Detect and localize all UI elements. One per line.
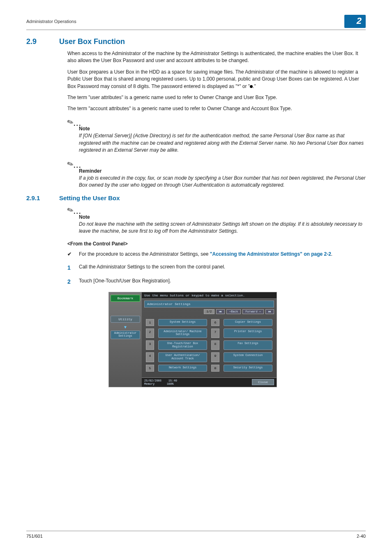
- menu-index: 8: [211, 340, 219, 350]
- bullet-item: ✔ For the procedure to access the Admini…: [67, 251, 366, 258]
- menu-index: 7: [211, 328, 219, 338]
- footer-page-number: 2-40: [357, 534, 366, 539]
- panel-title: Administrator Settings: [144, 301, 274, 308]
- checkmark-icon: ✔: [67, 251, 79, 258]
- intro-paragraphs: When access to the Administrator of the …: [67, 50, 366, 113]
- reminder-label: Reminder: [79, 168, 366, 174]
- menu-item-one-touch-user-box[interactable]: One-Touch/User Box Registration: [158, 340, 207, 350]
- menu-index: 0: [211, 365, 219, 372]
- step-text: Touch [One-Touch/User Box Registration].: [79, 278, 171, 286]
- menu-item-system-connection[interactable]: System Connection: [224, 352, 272, 362]
- page-indicator: 1/2: [204, 309, 215, 314]
- note-block: ✎... Note Do not leave the machine with …: [67, 206, 366, 235]
- bookmark-tab[interactable]: Bookmark: [111, 295, 140, 302]
- menu-item-printer-settings[interactable]: Printer Settings: [224, 328, 272, 338]
- back-button[interactable]: ⇦Back: [226, 309, 241, 314]
- page-footer: 751/601 2-40: [26, 531, 366, 539]
- menu-item-user-auth[interactable]: User Authentication/ Account Track: [158, 352, 207, 362]
- utility-button[interactable]: Utility: [111, 316, 140, 323]
- forward-button[interactable]: Forward ⇨: [242, 309, 264, 314]
- menu-index: 9: [211, 352, 219, 362]
- menu-index: 1: [146, 319, 154, 326]
- menu-index: 2: [146, 328, 154, 338]
- note-text: Do not leave the machine with the settin…: [79, 221, 366, 235]
- menu-index: 5: [146, 365, 154, 372]
- menu-item-security-settings[interactable]: Security Settings: [224, 365, 272, 372]
- menu-item-system-settings[interactable]: System Settings: [158, 319, 207, 326]
- subsection-number: 2.9.1: [26, 194, 59, 201]
- control-panel-heading: <From the Control Panel>: [67, 241, 366, 247]
- menu-item-copier-settings[interactable]: Copier Settings: [224, 319, 272, 326]
- panel-footer: 25/02/2008 15:40 Memory 100% Close: [142, 377, 277, 387]
- note-text: If [ON (External Server)] (Active Direct…: [79, 132, 366, 154]
- reminder-block: ✎... Reminder If a job is executed in th…: [67, 160, 366, 189]
- step-item: 1 Call the Administrator Settings to the…: [67, 264, 366, 272]
- note-label: Note: [79, 126, 366, 132]
- nav-first-button[interactable]: ⏮: [216, 309, 225, 314]
- note-label: Note: [79, 214, 366, 220]
- instruction-bar: Use the menu buttons or keypad to make a…: [142, 292, 277, 299]
- paragraph: When access to the Administrator of the …: [67, 50, 366, 65]
- pager-nav: 1/2 ⏮ ⇦Back Forward ⇨ ⏭: [142, 308, 277, 316]
- nav-last-button[interactable]: ⏭: [265, 309, 274, 314]
- subsection-title: Setting the User Box: [59, 194, 120, 201]
- step-number: 1: [67, 264, 79, 272]
- control-panel-screenshot: Bookmark Utility ▼ Administrator Setting…: [108, 292, 366, 387]
- subsection-heading: 2.9.1 Setting the User Box: [26, 194, 366, 201]
- section-title: User Box Function: [59, 37, 125, 46]
- paragraph: The term "account attributes" is a gener…: [67, 105, 366, 112]
- step-text: Call the Administrator Settings to the s…: [79, 264, 225, 272]
- cross-reference-link[interactable]: "Accessing the Administrator Settings" o…: [210, 251, 331, 257]
- section-number: 2.9: [26, 37, 59, 46]
- step-number: 2: [67, 278, 79, 286]
- paragraph: User Box prepares a User Box in the HDD …: [67, 69, 366, 90]
- menu-index: 3: [146, 340, 154, 350]
- menu-item-admin-machine[interactable]: Administrator/ Machine Settings: [158, 328, 207, 338]
- footer-model: 751/601: [26, 534, 43, 539]
- note-block: ✎... Note If [ON (External Server)] (Act…: [67, 118, 366, 154]
- reminder-text: If a job is executed in the copy, fax, o…: [79, 175, 366, 189]
- step-item: 2 Touch [One-Touch/User Box Registration…: [67, 278, 366, 286]
- close-button[interactable]: Close: [252, 379, 274, 385]
- page-header: Administrator Operations 2: [26, 15, 366, 30]
- section-heading: 2.9 User Box Function: [26, 37, 366, 46]
- menu-item-fax-settings[interactable]: Fax Settings: [224, 340, 272, 350]
- menu-grid: 1 System Settings 6 Copier Settings 2 Ad…: [142, 316, 277, 377]
- header-breadcrumb: Administrator Operations: [26, 19, 76, 24]
- menu-item-network-settings[interactable]: Network Settings: [158, 365, 207, 372]
- menu-index: 6: [211, 319, 219, 326]
- chapter-badge: 2: [344, 15, 366, 28]
- admin-settings-button[interactable]: Administrator Settings: [111, 331, 140, 339]
- menu-index: 4: [146, 352, 154, 362]
- arrow-down-icon: ▼: [111, 325, 140, 330]
- paragraph: The term "user attributes" is a generic …: [67, 94, 366, 101]
